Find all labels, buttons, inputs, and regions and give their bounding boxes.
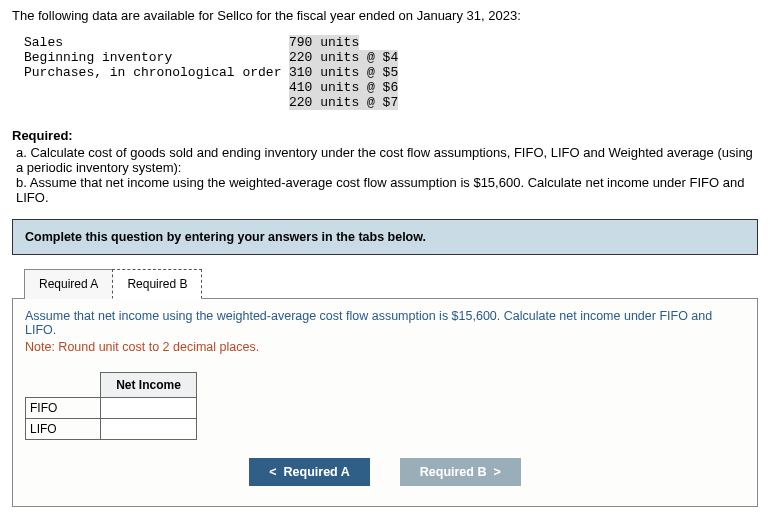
data-row: 410 units @ $6 [24, 80, 758, 95]
row-label-lifo: LIFO [26, 419, 101, 440]
chevron-right-icon: > [493, 465, 500, 479]
lifo-net-income-input[interactable] [101, 419, 196, 439]
next-button-label: Required B [420, 465, 487, 479]
col-header-net-income: Net Income [101, 373, 197, 398]
panel-note: Note: Round unit cost to 2 decimal place… [25, 340, 745, 354]
data-label: Sales [24, 35, 289, 50]
prev-button-label: Required A [284, 465, 350, 479]
tab-required-b[interactable]: Required B [112, 269, 202, 299]
data-value: 220 units @ $4 [289, 50, 398, 65]
table-row: FIFO [26, 398, 197, 419]
data-row: Purchases, in chronological order 310 un… [24, 65, 758, 80]
data-value: 220 units @ $7 [289, 95, 398, 110]
data-label: Purchases, in chronological order [24, 65, 289, 80]
instruction-banner: Complete this question by entering your … [12, 219, 758, 255]
required-heading: Required: [12, 128, 758, 143]
data-row: Beginning inventory 220 units @ $4 [24, 50, 758, 65]
chevron-left-icon: < [269, 465, 276, 479]
tab-required-a[interactable]: Required A [24, 269, 113, 299]
data-value: 410 units @ $6 [289, 80, 398, 95]
requirement-a: a. Calculate cost of goods sold and endi… [16, 145, 758, 175]
next-button[interactable]: Required B > [400, 458, 521, 486]
tab-panel-required-b: Assume that net income using the weighte… [12, 298, 758, 507]
data-label: Beginning inventory [24, 50, 289, 65]
panel-instruction: Assume that net income using the weighte… [25, 309, 745, 337]
nav-row: < Required A Required B > [25, 458, 745, 486]
requirement-b: b. Assume that net income using the weig… [16, 175, 758, 205]
fifo-net-income-input[interactable] [101, 398, 196, 418]
data-value: 310 units @ $5 [289, 65, 398, 80]
requirements-list: a. Calculate cost of goods sold and endi… [12, 145, 758, 205]
data-row: Sales 790 units [24, 35, 758, 50]
intro-text: The following data are available for Sel… [12, 8, 758, 23]
empty-corner [26, 373, 101, 398]
data-label [24, 95, 289, 110]
given-data-block: Sales 790 units Beginning inventory 220 … [24, 35, 758, 110]
data-label [24, 80, 289, 95]
tab-bar: Required A Required B [24, 269, 758, 299]
data-row: 220 units @ $7 [24, 95, 758, 110]
table-row: LIFO [26, 419, 197, 440]
answer-table: Net Income FIFO LIFO [25, 372, 197, 440]
prev-button[interactable]: < Required A [249, 458, 369, 486]
row-label-fifo: FIFO [26, 398, 101, 419]
data-value: 790 units [289, 35, 359, 50]
